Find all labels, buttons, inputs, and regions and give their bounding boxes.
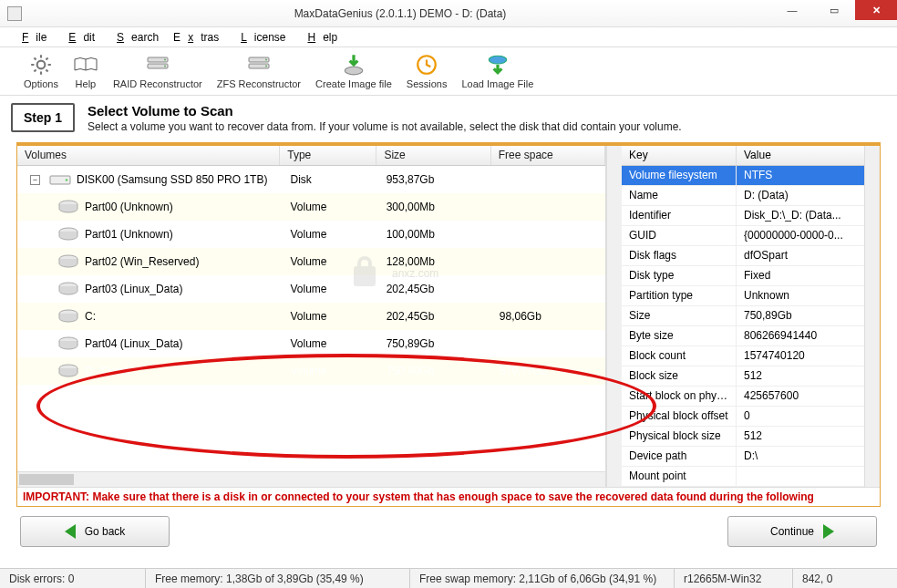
property-row[interactable]: Size750,89Gb [622,306,864,326]
tool-sessions[interactable]: Sessions [399,53,455,89]
tool-options[interactable]: Options [16,53,66,89]
step-heading: Select Volume to Scan [88,103,682,119]
property-value: Unknown [737,286,864,305]
volume-size: 750,89Gb [379,337,492,350]
volume-icon [57,199,79,215]
col-free[interactable]: Free space [491,146,605,165]
property-row[interactable]: Volume filesystemNTFS [622,166,864,186]
property-value: D: (Data) [737,186,864,205]
property-row[interactable]: Start block on physica...425657600 [622,387,864,407]
property-key: Physical block size [622,427,737,446]
tool-zfs[interactable]: ZFS Reconstructor [210,53,308,89]
volumes-header: Volumes Type Size Free space [17,146,605,166]
h-scrollbar[interactable] [17,471,605,487]
property-key: Byte size [622,326,737,346]
volume-row[interactable]: Part01 (Unknown)Volume100,00Mb [17,221,605,248]
property-value: Fixed [737,266,864,285]
volume-name: Part00 (Unknown) [85,201,173,213]
step-badge: Step 1 [11,103,75,132]
tool-help[interactable]: Help [66,53,106,89]
gear-icon [28,53,54,77]
svg-point-4 [164,59,166,61]
menu-help[interactable]: Help [294,29,345,46]
volume-size: 100,00Mb [379,228,492,241]
col-volumes[interactable]: Volumes [17,146,280,165]
property-row[interactable]: Physical block offset0 [622,407,864,427]
menu-edit[interactable]: Edit [54,29,102,46]
volumes-pane: Volumes Type Size Free space − DISK00 (S… [17,146,606,487]
disk-row[interactable]: − DISK00 (Samsung SSD 850 PRO 1TB) Disk … [17,166,605,193]
menu-extras[interactable]: Extras [166,29,226,46]
menu-file[interactable]: File [7,29,54,46]
arrow-left-icon [65,524,76,539]
svg-point-0 [37,61,46,69]
col-type[interactable]: Type [280,146,376,165]
maximize-button[interactable]: ▭ [813,0,855,20]
svg-point-5 [164,66,166,67]
go-back-button[interactable]: Go back [20,516,170,547]
properties-header: Key Value [622,146,864,166]
volume-icon [57,253,79,270]
load-disk-icon [485,53,510,77]
volumes-body: − DISK00 (Samsung SSD 850 PRO 1TB) Disk … [17,166,605,471]
menu-license[interactable]: License [226,29,293,46]
v-scrollbar-vols[interactable] [606,146,622,487]
volume-name: Part02 (Win_Reserved) [85,255,199,268]
property-row[interactable]: Block count1574740120 [622,346,864,366]
tool-raid[interactable]: RAID Reconstructor [106,53,210,89]
property-value: D:\ [737,447,864,466]
property-key: Disk type [622,266,737,285]
close-button[interactable]: ✕ [855,0,897,20]
volume-name: Part03 (Linux_Data) [85,283,182,295]
step-header: Step 1 Select Volume to Scan Select a vo… [0,96,897,142]
volume-row[interactable]: Part04 (Linux_Data)Volume750,89Gb [17,330,605,357]
property-value: {00000000-0000-0... [737,226,864,245]
go-back-label: Go back [85,525,126,538]
property-row[interactable]: IdentifierDisk_D:\_D: (Data... [622,206,864,226]
volume-row[interactable]: D: (Data)Volume750,89Gb579,77Gb [17,357,605,385]
svg-point-8 [265,59,267,61]
volume-row[interactable]: Part02 (Win_Reserved)Volume128,00Mb [17,248,605,275]
volume-icon [57,363,79,379]
col-size[interactable]: Size [376,146,490,165]
tool-load-image[interactable]: Load Image File [454,53,541,89]
disk-size: 953,87Gb [379,173,492,186]
volume-size: 300,00Mb [379,201,492,213]
volume-type: Volume [283,255,378,268]
property-row[interactable]: Block size512 [622,366,864,387]
volume-icon [57,226,79,242]
volume-size: 128,00Mb [379,255,492,268]
app-icon [7,6,22,21]
volume-type: Volume [283,228,378,241]
property-row[interactable]: Disk typeFixed [622,266,864,286]
tool-create-image[interactable]: Create Image file [308,53,399,89]
volume-row[interactable]: C:Volume202,45Gb98,06Gb [17,303,605,330]
tool-load-label: Load Image File [461,78,533,89]
volume-type: Volume [283,365,378,377]
window-title: MaxDataGenius (2.0.1.1) DEMO - D: (Data) [29,7,771,20]
property-row[interactable]: Device pathD:\ [622,447,864,467]
property-row[interactable]: Disk flagsdfOSpart [622,246,864,266]
property-row[interactable]: Mount point [622,467,864,487]
property-key: Name [622,186,737,205]
v-scrollbar-props[interactable] [864,146,880,487]
volume-name: C: [85,310,96,323]
property-row[interactable]: Physical block size512 [622,427,864,447]
continue-button[interactable]: Continue [727,516,877,547]
minimize-button[interactable]: — [771,0,813,20]
col-value[interactable]: Value [737,146,864,165]
properties-body: Volume filesystemNTFSNameD: (Data)Identi… [622,166,864,487]
volume-row[interactable]: Part00 (Unknown)Volume300,00Mb [17,193,605,221]
col-key[interactable]: Key [622,146,737,165]
tree-collapse-icon[interactable]: − [30,175,40,185]
property-row[interactable]: GUID{00000000-0000-0... [622,226,864,246]
property-value: NTFS [737,166,864,185]
svg-point-12 [489,56,507,64]
property-key: Block size [622,366,737,386]
volume-size: 750,89Gb [379,365,492,377]
property-row[interactable]: Byte size806266941440 [622,326,864,346]
volume-row[interactable]: Part03 (Linux_Data)Volume202,45Gb [17,275,605,303]
menu-search[interactable]: Search [102,29,166,46]
property-row[interactable]: NameD: (Data) [622,186,864,206]
property-row[interactable]: Partition typeUnknown [622,286,864,306]
